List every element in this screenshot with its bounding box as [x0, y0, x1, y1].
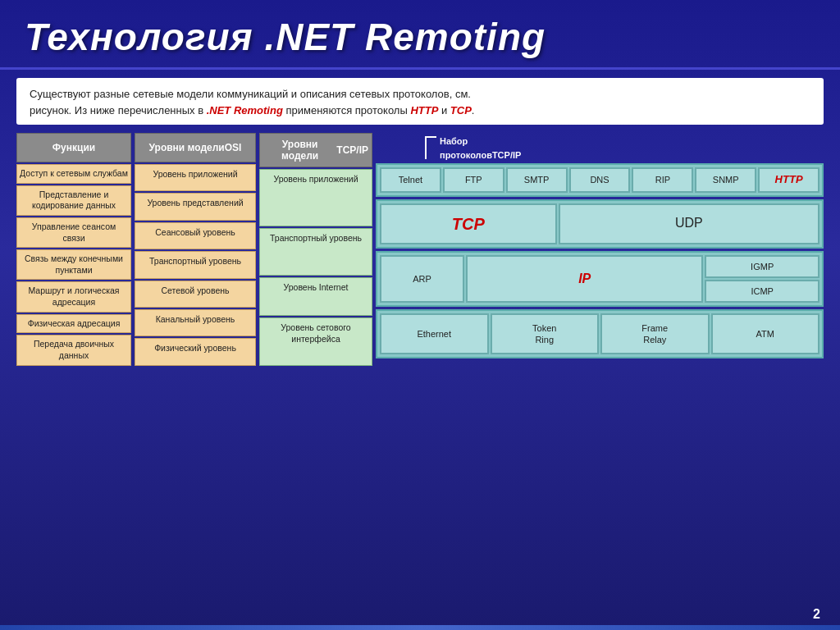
osi-item-2: Уровень представлений	[135, 193, 256, 220]
proto-datalink-row: Ethernet TokenRing FrameRelay ATM	[380, 313, 819, 354]
functions-header: Функции	[16, 133, 131, 162]
col-functions: Функции Доступ к сетевым службам Предста…	[16, 133, 131, 366]
proto-atm: ATM	[711, 313, 820, 354]
proto-transport-layer: TCP UDP	[376, 199, 824, 249]
proto-app-row: Telnet FTP SMTP DNS RIP SNMP HTTP	[380, 167, 819, 193]
proto-token-ring: TokenRing	[491, 313, 600, 354]
osi-item-7: Физический уровень	[135, 338, 256, 365]
proto-transport-row: TCP UDP	[380, 203, 819, 244]
page-title: Технология .NET Remoting	[25, 15, 815, 59]
func-item-4: Связь между конечными пунктами	[16, 249, 131, 280]
func-item-2: Представление и кодирование данных	[16, 185, 131, 216]
proto-network-row: ARP IP IGMP ICMP	[380, 255, 819, 304]
osi-item-3: Сеансовый уровень	[135, 222, 256, 249]
proto-udp: UDP	[559, 203, 819, 244]
tcpip-item-1: Уровень приложений	[259, 169, 372, 226]
title-area: Технология .NET Remoting	[0, 0, 840, 70]
col-protocols: Набор протоколовTCP/IP Telnet FTP SMTP D…	[376, 133, 824, 366]
proto-smtp: SMTP	[506, 167, 568, 193]
proto-ethernet: Ethernet	[380, 313, 489, 354]
tcpip-header: Уровни модели TCP/IP	[259, 133, 372, 167]
proto-dns: DNS	[569, 167, 631, 193]
intro-text: Существуют разные сетевые модели коммуни…	[30, 86, 810, 118]
proto-ftp: FTP	[443, 167, 504, 193]
proto-telnet: Telnet	[380, 167, 441, 193]
proto-ip: IP	[466, 255, 703, 304]
proto-label-container: Набор протоколовTCP/IP	[376, 133, 824, 162]
func-item-5: Маршрут и логическая адресация	[16, 281, 131, 312]
func-item-3: Управление сеансом связи	[16, 217, 131, 248]
osi-item-5: Сетевой уровень	[135, 281, 256, 308]
page-number: 2	[813, 607, 820, 622]
proto-igmp: IGMP	[705, 255, 819, 278]
tcpip-item-3: Уровень Internet	[259, 277, 372, 316]
proto-snmp: SNMP	[695, 167, 756, 193]
proto-tcp: TCP	[380, 203, 557, 244]
proto-label: Набор протоколовTCP/IP	[440, 135, 521, 162]
proto-http: HTTP	[758, 167, 819, 193]
bracket-shape	[425, 136, 436, 159]
slide: Технология .NET Remoting Существуют разн…	[0, 0, 840, 630]
osi-item-1: Уровень приложений	[135, 164, 256, 191]
proto-datalink-layer: Ethernet TokenRing FrameRelay ATM	[376, 309, 824, 358]
intro-area: Существуют разные сетевые модели коммуни…	[16, 78, 824, 125]
proto-arp: ARP	[380, 255, 464, 304]
proto-app-layer: Telnet FTP SMTP DNS RIP SNMP HTTP	[376, 163, 824, 197]
col-tcpip: Уровни модели TCP/IP Уровень приложений …	[259, 133, 372, 366]
col-osi: Уровни модели OSI Уровень приложений Уро…	[135, 133, 256, 366]
proto-rip: RIP	[632, 167, 693, 193]
proto-frame-relay: FrameRelay	[600, 313, 710, 354]
diagram-area: Функции Доступ к сетевым службам Предста…	[16, 133, 824, 366]
bottom-bar	[0, 625, 840, 630]
func-item-7: Передача двоичных данных	[16, 335, 131, 365]
tcpip-item-2: Транспортный уровень	[259, 228, 372, 276]
tcpip-item-4: Уровень сетового интерфейса	[259, 317, 372, 365]
proto-network-layer: ARP IP IGMP ICMP	[376, 251, 824, 308]
proto-igmp-icmp: IGMP ICMP	[705, 255, 819, 304]
osi-header: Уровни модели OSI	[135, 133, 256, 162]
osi-item-4: Транспортный уровень	[135, 251, 256, 278]
osi-item-6: Канальный уровень	[135, 309, 256, 336]
func-item-1: Доступ к сетевым службам	[16, 164, 131, 184]
proto-icmp: ICMP	[705, 280, 819, 303]
func-item-6: Физическая адресация	[16, 314, 131, 334]
